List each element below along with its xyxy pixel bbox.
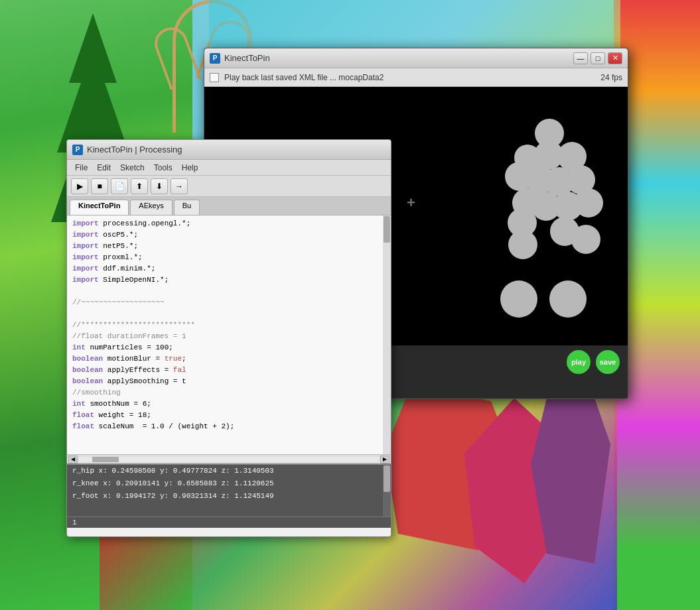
- menu-tools[interactable]: Tools: [150, 162, 176, 174]
- console-line-2: r_knee x: 0.20910141 y: 0.6585883 z: 1.1…: [67, 477, 391, 490]
- close-button[interactable]: ✕: [608, 52, 622, 64]
- menu-file[interactable]: File: [71, 162, 92, 174]
- minimize-button[interactable]: —: [573, 52, 588, 64]
- scroll-right-arrow[interactable]: ▶: [380, 456, 389, 463]
- toolbar-play-text: Play back last saved XML file ... mocapD…: [224, 73, 384, 82]
- horizontal-scrollbar: ◀ ▶: [67, 454, 391, 463]
- skeleton-dot: [500, 280, 537, 318]
- window-controls: — □ ✕: [573, 52, 622, 64]
- code-line-13: float scaleNum = 1.0 / (weight + 2);: [67, 421, 391, 432]
- ide-window: P KinectToPin | Processing File Edit Ske…: [66, 139, 391, 537]
- export-button[interactable]: →: [171, 178, 188, 194]
- code-line-comment-1: //~~~~~~~~~~~~~~~~~~~: [67, 297, 391, 308]
- skeleton-dot: [508, 230, 537, 259]
- ide-tabs: KinectToPin AEkeys Bu: [67, 197, 391, 215]
- window-title: KinectToPin: [224, 53, 270, 63]
- scroll-track[interactable]: [79, 457, 379, 462]
- code-line-3: import netP5.*;: [67, 241, 391, 252]
- main-window-toolbar: Play back last saved XML file ... mocapD…: [204, 68, 628, 87]
- stop-ide-button[interactable]: ■: [91, 178, 108, 194]
- console-scrollbar[interactable]: [383, 465, 391, 517]
- tab-bu[interactable]: Bu: [174, 200, 200, 215]
- tab-kinecttopin[interactable]: KinectToPin: [70, 200, 129, 215]
- code-line-6: import SimpleOpenNI.*;: [67, 274, 391, 286]
- maximize-button[interactable]: □: [591, 52, 605, 64]
- scroll-thumb[interactable]: [92, 457, 119, 462]
- ide-titlebar: P KinectToPin | Processing: [67, 140, 391, 160]
- ide-titlebar-left: P KinectToPin | Processing: [72, 145, 182, 155]
- code-line-11: int smoothNum = 6;: [67, 398, 391, 410]
- code-line-comment-4: //smoothing: [67, 387, 391, 398]
- main-window-titlebar: P KinectToPin — □ ✕: [204, 48, 628, 68]
- crosshair-symbol: +: [407, 194, 415, 211]
- fps-display: 24 fps: [600, 73, 622, 82]
- code-editor[interactable]: import processing.opengl.*; import oscP5…: [67, 215, 391, 454]
- ide-window-title: KinectToPin | Processing: [87, 145, 182, 154]
- code-line-8: boolean motionBlur = true;: [67, 353, 391, 365]
- run-button[interactable]: ▶: [71, 178, 88, 194]
- app-icon: P: [210, 53, 220, 64]
- skeleton-dot: [549, 280, 587, 318]
- code-line-comment-3: //float durationFrames = 1: [67, 331, 391, 342]
- console-line-3: r_foot x: 0.1994172 y: 0.90321314 z: 1.1…: [67, 490, 391, 503]
- code-line-12: float weight = 18;: [67, 410, 391, 421]
- ide-app-icon: P: [72, 145, 83, 155]
- code-line-1: import processing.opengl.*;: [67, 218, 391, 229]
- open-button[interactable]: ⬆: [131, 178, 148, 194]
- menu-help[interactable]: Help: [178, 162, 202, 174]
- code-scrollbar[interactable]: [383, 215, 391, 454]
- console-output: r_hip x: 0.24598508 y: 0.49777824 z: 1.3…: [67, 463, 391, 517]
- scrollbar-thumb[interactable]: [384, 216, 390, 243]
- code-line-blank-1: [67, 286, 391, 297]
- code-line-comment-2: //**************************: [67, 320, 391, 331]
- titlebar-left: P KinectToPin: [210, 53, 270, 64]
- scroll-left-arrow[interactable]: ◀: [68, 456, 78, 463]
- save-button[interactable]: save: [596, 350, 620, 374]
- tab-aekeys[interactable]: AEkeys: [130, 200, 172, 215]
- skeleton-dot: [574, 188, 603, 217]
- code-line-9: boolean applyEffects = fal: [67, 365, 391, 376]
- new-button[interactable]: 📄: [111, 178, 128, 194]
- skeleton-dot: [571, 225, 600, 254]
- console-scroll-thumb[interactable]: [384, 465, 390, 492]
- play-checkbox[interactable]: [210, 73, 219, 82]
- console-line-1: r_hip x: 0.24598508 y: 0.49777824 z: 1.3…: [67, 465, 391, 477]
- code-line-2: import oscP5.*;: [67, 229, 391, 241]
- line-number-display: 1: [67, 517, 391, 528]
- menu-sketch[interactable]: Sketch: [116, 162, 149, 174]
- ide-toolbar: ▶ ■ 📄 ⬆ ⬇ →: [67, 176, 391, 197]
- ide-menu: File Edit Sketch Tools Help: [67, 160, 391, 176]
- menu-edit[interactable]: Edit: [93, 162, 115, 174]
- code-line-7: int numParticles = 100;: [67, 342, 391, 353]
- save-ide-button[interactable]: ⬇: [151, 178, 168, 194]
- code-line-4: import proxml.*;: [67, 252, 391, 263]
- play-button[interactable]: play: [567, 350, 591, 374]
- code-line-10: boolean applySmoothing = t: [67, 376, 391, 387]
- code-line-5: import ddf.minim.*;: [67, 263, 391, 274]
- code-line-blank-2: [67, 308, 391, 320]
